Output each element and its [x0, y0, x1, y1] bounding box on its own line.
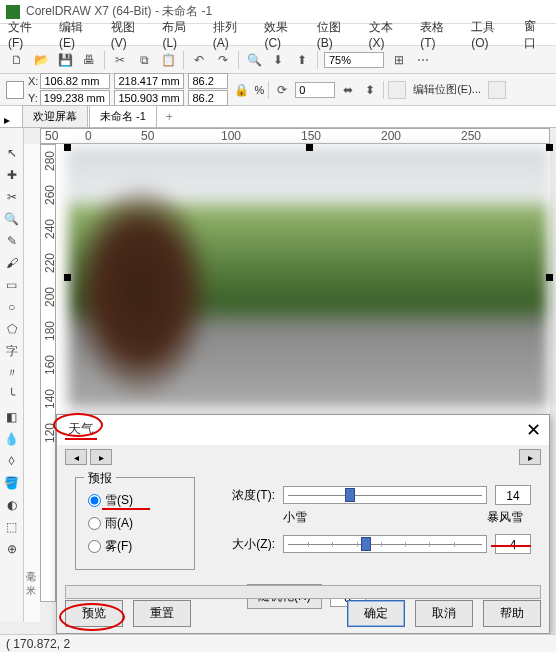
menu-edit[interactable]: 编辑(E): [59, 19, 99, 50]
new-icon[interactable]: 🗋: [8, 51, 26, 69]
tab-untitled[interactable]: 未命名 -1: [89, 105, 157, 127]
parallel-tool-icon[interactable]: 〃: [3, 364, 21, 382]
polygon-tool-icon[interactable]: ⬠: [3, 320, 21, 338]
trace-icon[interactable]: [388, 81, 406, 99]
annotation-circle-preview: [59, 603, 125, 631]
handle-tr[interactable]: [546, 144, 553, 151]
connector-tool-icon[interactable]: ╰: [3, 386, 21, 404]
edit-bitmap-button[interactable]: 编辑位图(E)...: [410, 82, 484, 97]
reset-button[interactable]: 重置: [133, 600, 191, 627]
handle-tl[interactable]: [64, 144, 71, 151]
nav-prev-icon[interactable]: ◂: [65, 449, 87, 465]
freehand-tool-icon[interactable]: ✎: [3, 232, 21, 250]
cursor-position: ( 170.872, 2: [6, 637, 70, 651]
rotation-icon: ⟳: [273, 81, 291, 99]
handle-mr[interactable]: [546, 274, 553, 281]
handle-ml[interactable]: [64, 274, 71, 281]
standard-toolbar: 🗋 📂 💾 🖶 ✂ ⧉ 📋 ↶ ↷ 🔍 ⬇ ⬆ ⊞ ⋯: [0, 46, 556, 74]
rotation-input[interactable]: [295, 82, 335, 98]
radio-fog-input[interactable]: [88, 540, 101, 553]
menu-view[interactable]: 视图(V): [111, 19, 151, 50]
scale-y-input[interactable]: [188, 90, 228, 106]
density-thumb[interactable]: [345, 488, 355, 502]
fill-tool-icon[interactable]: 🪣: [3, 474, 21, 492]
tab-welcome[interactable]: 欢迎屏幕: [22, 105, 88, 127]
ellipse-tool-icon[interactable]: ○: [3, 298, 21, 316]
save-icon[interactable]: 💾: [56, 51, 74, 69]
snap-icon[interactable]: ⊞: [390, 51, 408, 69]
radio-fog[interactable]: 雾(F): [88, 538, 182, 555]
width-input[interactable]: [114, 73, 184, 89]
menu-tools[interactable]: 工具(O): [471, 19, 512, 50]
crop-icon[interactable]: [488, 81, 506, 99]
import-icon[interactable]: ⬇: [269, 51, 287, 69]
tab-dock-icon[interactable]: ▸: [4, 113, 18, 127]
scale-x-input[interactable]: [188, 73, 228, 89]
size-label: 大小(Z):: [225, 536, 275, 553]
annotation-underline-size: [491, 545, 531, 547]
print-icon[interactable]: 🖶: [80, 51, 98, 69]
size-slider[interactable]: [283, 535, 487, 553]
menu-text[interactable]: 文本(X): [369, 19, 409, 50]
artistic-tool-icon[interactable]: 🖌: [3, 254, 21, 272]
radio-rain[interactable]: 雨(A): [88, 515, 182, 532]
options-icon[interactable]: ⋯: [414, 51, 432, 69]
mirror-h-icon[interactable]: ⬌: [339, 81, 357, 99]
density-slider[interactable]: [283, 486, 487, 504]
redo-icon[interactable]: ↷: [214, 51, 232, 69]
rectangle-tool-icon[interactable]: ▭: [3, 276, 21, 294]
ok-button[interactable]: 确定: [347, 600, 405, 627]
transparency-tool-icon[interactable]: ⬚: [3, 518, 21, 536]
crop-tool-icon[interactable]: ✂: [3, 188, 21, 206]
outline-tool-icon[interactable]: ◊: [3, 452, 21, 470]
bitmap-image[interactable]: [68, 148, 548, 408]
ruler-vertical: 280 260 240 220 200 180 160 140 120: [40, 144, 56, 602]
nav-next-icon[interactable]: ▸: [90, 449, 112, 465]
cancel-button[interactable]: 取消: [415, 600, 473, 627]
close-icon[interactable]: ✕: [526, 419, 541, 441]
eyedropper-tool-icon[interactable]: 💧: [3, 430, 21, 448]
menu-file[interactable]: 文件(F): [8, 19, 47, 50]
y-label: Y:: [28, 92, 38, 104]
help-button[interactable]: 帮助: [483, 600, 541, 627]
plus-icon[interactable]: ⊕: [3, 540, 21, 558]
menu-layout[interactable]: 布局(L): [162, 19, 200, 50]
open-icon[interactable]: 📂: [32, 51, 50, 69]
radio-snow[interactable]: 雪(S): [88, 492, 182, 509]
height-input[interactable]: [114, 90, 184, 106]
mirror-v-icon[interactable]: ⬍: [361, 81, 379, 99]
size-thumb[interactable]: [361, 537, 371, 551]
copy-icon[interactable]: ⧉: [135, 51, 153, 69]
preview-scrollbar[interactable]: [65, 585, 541, 599]
zoom-select[interactable]: [324, 52, 384, 68]
tab-add[interactable]: +: [158, 107, 181, 127]
size-min-label: 小雪: [283, 509, 307, 526]
y-input[interactable]: [40, 90, 110, 106]
text-tool-icon[interactable]: 字: [3, 342, 21, 360]
size-value[interactable]: 4: [495, 534, 531, 554]
search-icon[interactable]: 🔍: [245, 51, 263, 69]
menu-bitmap[interactable]: 位图(B): [317, 19, 357, 50]
menu-table[interactable]: 表格(T): [420, 19, 459, 50]
x-input[interactable]: [40, 73, 110, 89]
pick-tool-icon[interactable]: ↖: [3, 144, 21, 162]
menu-window[interactable]: 窗口: [524, 18, 548, 52]
cut-icon[interactable]: ✂: [111, 51, 129, 69]
radio-snow-input[interactable]: [88, 494, 101, 507]
radio-rain-input[interactable]: [88, 517, 101, 530]
interactive-fill-icon[interactable]: ◐: [3, 496, 21, 514]
shape-tool-icon[interactable]: ✚: [3, 166, 21, 184]
ruler-unit-label: 毫米: [24, 144, 40, 622]
export-icon[interactable]: ⬆: [293, 51, 311, 69]
lock-ratio-icon[interactable]: 🔒: [232, 81, 250, 99]
undo-icon[interactable]: ↶: [190, 51, 208, 69]
handle-tm[interactable]: [306, 144, 313, 151]
density-label: 浓度(T):: [225, 487, 275, 504]
zoom-tool-icon[interactable]: 🔍: [3, 210, 21, 228]
interactive-tool-icon[interactable]: ◧: [3, 408, 21, 426]
menu-effects[interactable]: 效果(C): [264, 19, 304, 50]
menu-arrange[interactable]: 排列(A): [213, 19, 253, 50]
paste-icon[interactable]: 📋: [159, 51, 177, 69]
nav-play-icon[interactable]: ▸: [519, 449, 541, 465]
density-value[interactable]: 14: [495, 485, 531, 505]
